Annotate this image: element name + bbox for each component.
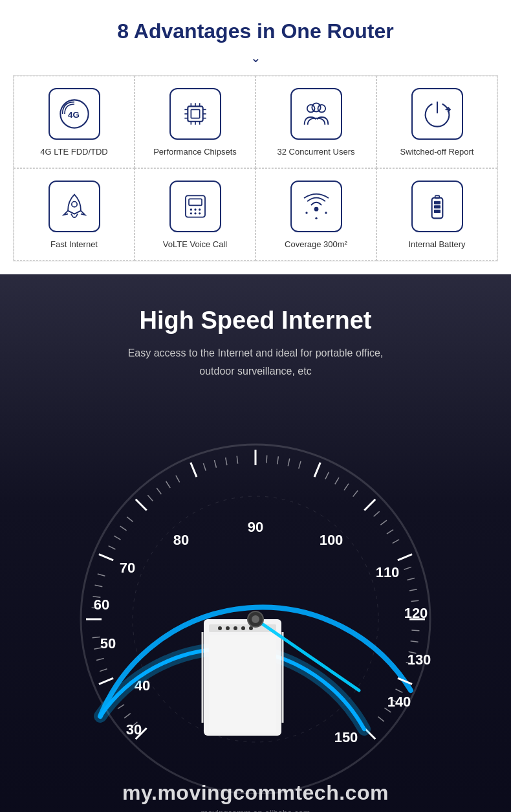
svg-point-30 [305, 212, 307, 214]
phone-icon-box [169, 181, 221, 232]
chevron-down-icon: ⌄ [13, 50, 498, 65]
svg-point-26 [190, 212, 191, 214]
svg-text:50: 50 [100, 635, 116, 652]
4g-label: 4G LTE FDD/TDD [40, 146, 108, 158]
svg-point-120 [241, 626, 245, 630]
svg-point-29 [314, 207, 318, 212]
advantage-cell-fast-internet: Fast Internet [14, 168, 135, 261]
svg-text:60: 60 [94, 597, 109, 613]
svg-point-25 [199, 209, 201, 211]
svg-point-28 [199, 212, 201, 214]
svg-line-71 [266, 455, 267, 463]
wifi-icon-box [290, 181, 342, 232]
chipset-icon-box [169, 88, 221, 140]
svg-rect-34 [435, 196, 439, 199]
advantage-cell-switched-off: Switched-off Report [376, 76, 497, 168]
advantages-grid: 4G 4G LTE FDD/TDD [13, 75, 498, 261]
svg-point-117 [218, 626, 222, 630]
chipset-label: Performance Chipsets [153, 146, 237, 158]
svg-text:30: 30 [126, 721, 142, 738]
chip-icon [179, 98, 212, 130]
svg-point-27 [194, 212, 196, 214]
battery-icon-box [411, 181, 463, 232]
svg-point-118 [226, 626, 230, 630]
svg-text:80: 80 [173, 532, 189, 548]
svg-point-23 [190, 209, 191, 211]
svg-text:4G: 4G [68, 110, 80, 120]
advantage-cell-chipset: Performance Chipsets [135, 76, 256, 168]
fast-internet-label: Fast Internet [50, 239, 98, 250]
svg-rect-2 [188, 106, 202, 121]
svg-point-32 [315, 217, 317, 219]
svg-rect-22 [189, 199, 202, 206]
website-sub: movingcomm.en.alibaba.com [13, 808, 498, 812]
svg-line-91 [411, 630, 419, 631]
speed-section: High Speed Internet Easy access to the I… [0, 274, 511, 812]
svg-point-24 [194, 209, 196, 211]
advantages-title: 8 Advantages in One Router [13, 19, 498, 43]
volte-label: VoLTE Voice Call [163, 239, 227, 250]
coverage-label: Coverage 300m² [285, 239, 347, 250]
svg-rect-37 [434, 201, 440, 204]
advantage-cell-4g: 4G 4G LTE FDD/TDD [14, 76, 135, 168]
switched-off-label: Switched-off Report [400, 146, 474, 158]
svg-rect-3 [191, 109, 199, 118]
phone-icon [179, 190, 212, 223]
svg-point-18 [312, 103, 320, 111]
users-icon-box [290, 88, 342, 140]
power-icon [421, 98, 453, 130]
battery-label: Internal Battery [408, 239, 465, 250]
svg-point-31 [325, 212, 327, 214]
svg-text:140: 140 [387, 694, 411, 710]
battery-icon [421, 190, 453, 223]
users-label: 32 Concurrent Users [277, 146, 355, 158]
4g-icon: 4G [58, 98, 91, 130]
speed-subtitle: Easy access to the Internet and ideal fo… [13, 344, 498, 379]
speedometer: 30 40 50 60 70 80 90 100 110 120 130 140… [29, 406, 482, 794]
rocket-icon-box [49, 181, 100, 232]
advantage-cell-users: 32 Concurrent Users [256, 76, 376, 168]
svg-rect-122 [209, 635, 276, 732]
advantages-section: 8 Advantages in One Router ⌄ 4G 4G LTE F… [0, 0, 511, 274]
4g-icon-box: 4G [49, 88, 100, 140]
svg-rect-35 [434, 210, 440, 213]
svg-text:100: 100 [320, 532, 343, 548]
svg-rect-36 [434, 206, 440, 209]
advantage-cell-battery: Internal Battery [376, 168, 497, 261]
svg-text:120: 120 [404, 605, 428, 621]
svg-point-127 [252, 615, 259, 623]
advantage-cell-coverage: Coverage 300m² [256, 168, 376, 261]
users-icon [300, 98, 332, 130]
svg-point-20 [71, 202, 76, 207]
svg-text:130: 130 [408, 652, 431, 668]
wifi-coverage-icon [300, 190, 332, 223]
speed-title: High Speed Internet [13, 307, 498, 335]
advantage-cell-volte: VoLTE Voice Call [135, 168, 256, 261]
svg-point-119 [234, 626, 237, 630]
svg-text:110: 110 [376, 564, 400, 580]
rocket-icon [58, 190, 91, 223]
speedometer-svg: 30 40 50 60 70 80 90 100 110 120 130 140… [29, 406, 482, 794]
svg-text:90: 90 [248, 519, 263, 535]
svg-text:150: 150 [334, 729, 358, 745]
svg-text:70: 70 [120, 560, 135, 576]
power-icon-box [411, 88, 463, 140]
